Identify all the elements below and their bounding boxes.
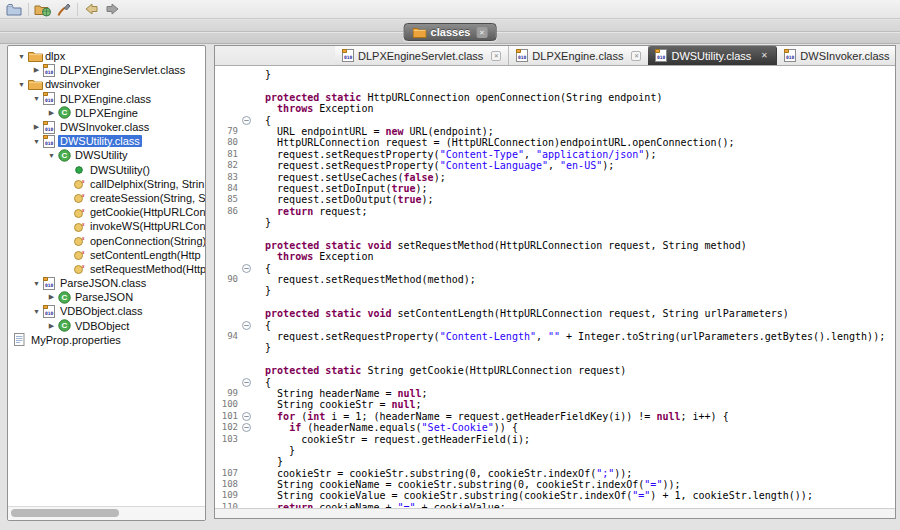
- line-number: 108: [215, 479, 240, 490]
- code-text: {: [253, 263, 271, 274]
- twisty-expanded-icon[interactable]: ▼: [15, 53, 28, 60]
- svg-text:C: C: [62, 322, 68, 331]
- tree-item[interactable]: ssetRequestMethod(Http: [8, 262, 205, 276]
- tree-item[interactable]: sinvokeWS(HttpURLConn: [8, 219, 205, 233]
- tree-item[interactable]: ▼010ParseJSON.class: [8, 276, 205, 290]
- tree-item[interactable]: ▼010DWSUtility.class: [8, 134, 205, 148]
- tree-item[interactable]: DWSUtility(): [8, 163, 205, 177]
- tree-item-label: createSession(String, St: [88, 192, 205, 204]
- fold-collapse-icon[interactable]: −: [242, 378, 251, 387]
- fold-collapse-icon[interactable]: −: [242, 412, 251, 421]
- line-number: [215, 320, 240, 331]
- twisty-collapsed-icon[interactable]: ▶: [45, 322, 58, 330]
- open-file-button[interactable]: [4, 1, 25, 18]
- tree-item-label: openConnection(String): [88, 235, 205, 247]
- twisty-expanded-icon[interactable]: ▼: [30, 95, 43, 102]
- scrollbar-thumb[interactable]: [11, 509, 119, 517]
- code-editor[interactable]: } protected static HttpURLConnection ope…: [215, 67, 895, 509]
- tree-item[interactable]: ▼dwsinvoker: [8, 77, 205, 91]
- close-icon[interactable]: ✕: [759, 51, 769, 61]
- line-number: 85: [215, 194, 240, 205]
- tree-item-label: callDelphix(String, Strin: [88, 178, 205, 190]
- code-text: request.setDoInput(true);: [253, 183, 428, 194]
- code-line: 83 request.setUseCaches(false);: [215, 172, 895, 183]
- line-number: [215, 354, 240, 365]
- tree-horizontal-scrollbar[interactable]: [8, 506, 205, 520]
- open-archive-button[interactable]: [32, 1, 53, 18]
- fold-collapse-icon[interactable]: −: [242, 116, 251, 125]
- code-text: }: [253, 217, 271, 228]
- line-number: [215, 80, 240, 91]
- code-text: protected static HttpURLConnection openC…: [253, 92, 662, 103]
- close-icon[interactable]: ✕: [631, 51, 641, 61]
- code-line: protected static String getCookie(HttpUR…: [215, 365, 895, 376]
- tree-item[interactable]: ▶010DLPXEngineServlet.class: [8, 63, 205, 77]
- tree-item-label: getCookie(HttpURLCon: [88, 206, 205, 218]
- twisty-collapsed-icon[interactable]: ▶: [45, 109, 58, 117]
- tree-item[interactable]: ▶CDLPXEngine: [8, 106, 205, 120]
- twisty-expanded-icon[interactable]: ▼: [30, 280, 43, 287]
- main-toolbar: [0, 0, 900, 19]
- editor-horizontal-scrollbar[interactable]: [215, 508, 895, 518]
- line-number: [215, 240, 240, 251]
- package-tree[interactable]: ▼dlpx▶010DLPXEngineServlet.class▼dwsinvo…: [8, 49, 205, 507]
- twisty-expanded-icon[interactable]: ▼: [45, 152, 58, 159]
- tree-item-label: DWSUtility(): [88, 164, 152, 176]
- smethod-icon: s: [73, 220, 88, 233]
- back-button[interactable]: [81, 1, 102, 18]
- editor-tab[interactable]: 010DWSUtility.class✕: [648, 46, 777, 65]
- forward-icon: [104, 2, 121, 16]
- smethod-icon: s: [73, 191, 88, 204]
- svg-text:s: s: [81, 206, 85, 213]
- close-icon[interactable]: ✕: [491, 51, 501, 61]
- tree-item[interactable]: ▼dlpx: [8, 49, 205, 63]
- editor-tab[interactable]: 010DLPXEngine.class✕: [509, 46, 649, 65]
- editor-tab[interactable]: 010DWSInvoker.class✕: [777, 46, 896, 65]
- fold-collapse-icon[interactable]: −: [242, 264, 251, 273]
- code-text: throws Exception: [253, 103, 373, 114]
- tree-item[interactable]: ssetContentLength(Http: [8, 248, 205, 262]
- folder-icon: [28, 78, 43, 90]
- code-text: return request;: [253, 206, 367, 217]
- code-text: protected static String getCookie(HttpUR…: [253, 365, 626, 376]
- twisty-collapsed-icon[interactable]: ▶: [45, 293, 58, 301]
- tree-item[interactable]: scallDelphix(String, Strin: [8, 177, 205, 191]
- code-text: for (int i = 1; (headerName = request.ge…: [253, 411, 729, 422]
- twisty-collapsed-icon[interactable]: ▶: [30, 66, 43, 74]
- line-number: [215, 456, 240, 467]
- class-icon: C: [58, 319, 73, 332]
- tree-item[interactable]: ▶CParseJSON: [8, 290, 205, 304]
- svg-text:010: 010: [45, 311, 54, 316]
- twisty-expanded-icon[interactable]: ▼: [30, 308, 43, 315]
- tree-item[interactable]: ▶CVDBObject: [8, 319, 205, 333]
- close-icon[interactable]: ✕: [476, 27, 487, 38]
- twisty-expanded-icon[interactable]: ▼: [15, 81, 28, 88]
- propfile-icon: [14, 333, 29, 346]
- paintbrush-button[interactable]: [53, 1, 74, 18]
- tree-item[interactable]: ▼010VDBObject.class: [8, 304, 205, 318]
- tree-item[interactable]: MyProp.properties: [8, 333, 205, 347]
- tree-item[interactable]: ▼010DLPXEngine.class: [8, 92, 205, 106]
- line-number: [215, 342, 240, 353]
- forward-button[interactable]: [102, 1, 123, 18]
- tree-item[interactable]: screateSession(String, St: [8, 191, 205, 205]
- tree-item[interactable]: sopenConnection(String): [8, 233, 205, 247]
- line-number: [215, 445, 240, 456]
- svg-text:010: 010: [657, 55, 666, 60]
- code-text: {: [253, 115, 271, 126]
- code-line: [215, 354, 895, 365]
- twisty-expanded-icon[interactable]: ▼: [30, 138, 43, 145]
- tree-item-label: VDBObject.class: [58, 305, 145, 317]
- tree-item[interactable]: ▼CDWSUtility: [8, 148, 205, 162]
- svg-text:s: s: [81, 234, 85, 241]
- code-line: protected static void setRequestMethod(H…: [215, 240, 895, 251]
- tree-item[interactable]: ▶010DWSInvoker.class: [8, 120, 205, 134]
- editor-tab[interactable]: 010DLPXEngineServlet.class✕: [335, 46, 509, 65]
- tree-item[interactable]: sgetCookie(HttpURLCon: [8, 205, 205, 219]
- fold-collapse-icon[interactable]: −: [242, 423, 251, 432]
- code-line: }: [215, 217, 895, 228]
- line-number: 109: [215, 490, 240, 501]
- fold-collapse-icon[interactable]: −: [242, 321, 251, 330]
- window-tab-classes[interactable]: classes ✕: [404, 23, 497, 41]
- twisty-collapsed-icon[interactable]: ▶: [30, 123, 43, 131]
